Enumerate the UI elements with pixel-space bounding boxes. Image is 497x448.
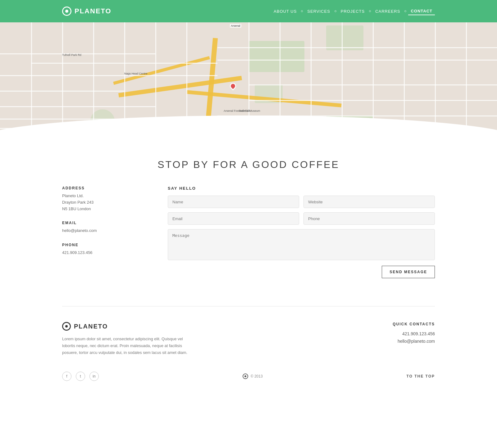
address-column: ADDRESS Planeto Ltd. Drayton Park 243 N5… xyxy=(62,186,143,278)
address-line3: N5 1BU London xyxy=(62,206,91,211)
nav-projects[interactable]: PROJECTS xyxy=(338,8,367,15)
address-section: ADDRESS Planeto Ltd. Drayton Park 243 N5… xyxy=(62,186,143,212)
nav-contact[interactable]: CONTACT xyxy=(408,7,435,15)
email-section: EMAIL hello@planeto.com xyxy=(62,221,143,234)
map-overlay: Arsenal Arsenal Football Club Arsenal Mu… xyxy=(0,22,497,140)
logo-text: PLANETO xyxy=(75,7,112,15)
main-content: STOP BY FOR A GOOD COFFEE ADDRESS Planet… xyxy=(0,140,497,291)
phone-input[interactable] xyxy=(303,212,435,225)
main-nav: ABOUT US SERVICES PROJECTS CARREERS CONT… xyxy=(271,7,435,15)
quick-email: hello@planeto.com xyxy=(393,339,435,344)
send-button[interactable]: SEND MESSAGE xyxy=(382,266,435,278)
copyright-icon xyxy=(243,373,248,379)
map-label-nags: Nags Head Centre xyxy=(124,72,148,75)
phone-section: PHONE 421.909.123.456 xyxy=(62,243,143,256)
logo[interactable]: PLANETO xyxy=(62,7,112,16)
phone-label: PHONE xyxy=(62,243,143,247)
nav-about[interactable]: ABOUT US xyxy=(271,8,299,15)
facebook-icon[interactable]: f xyxy=(62,372,71,381)
quick-contacts-title: QUICK CONTACTS xyxy=(393,322,435,326)
form-row-2 xyxy=(168,212,435,225)
twitter-icon[interactable]: t xyxy=(76,372,85,381)
address-label: ADDRESS xyxy=(62,186,143,190)
phone-value: 421.909.123.456 xyxy=(62,250,143,256)
nav-sep-2 xyxy=(335,10,336,12)
email-input[interactable] xyxy=(168,212,299,225)
nav-sep-1 xyxy=(301,10,303,12)
map-label-arsenal: Arsenal xyxy=(230,24,241,28)
site-footer: PLANETO Lorem ipsum dolor sit amet, cons… xyxy=(0,306,497,365)
footer-logo-icon xyxy=(62,322,71,331)
name-input[interactable] xyxy=(168,196,299,208)
contact-grid: ADDRESS Planeto Ltd. Drayton Park 243 N5… xyxy=(62,186,435,278)
footer-left: PLANETO Lorem ipsum dolor sit amet, cons… xyxy=(62,322,193,356)
logo-icon xyxy=(62,7,71,16)
map-pin-head xyxy=(229,82,237,90)
to-top-button[interactable]: TO THE TOP xyxy=(406,374,435,378)
footer-bottom: f t in © 2013 TO THE TOP xyxy=(0,365,497,390)
footer-right: QUICK CONTACTS 421.909.123.456 hello@pla… xyxy=(393,322,435,346)
site-header: PLANETO ABOUT US SERVICES PROJECTS CARRE… xyxy=(0,0,497,22)
footer-description: Lorem ipsum dolor sit amet, consectetur … xyxy=(62,336,193,356)
website-input[interactable] xyxy=(303,196,435,208)
footer-logo: PLANETO xyxy=(62,322,193,331)
map-label-tufnell: Tufnell Park Rd xyxy=(62,53,81,57)
footer-copyright: © 2013 xyxy=(243,373,263,379)
form-column: SAY HELLO SEND MESSAGE xyxy=(168,186,435,278)
map-background: Arsenal Arsenal Football Club Arsenal Mu… xyxy=(0,22,497,140)
email-label: EMAIL xyxy=(62,221,143,225)
email-value: hello@planeto.com xyxy=(62,228,143,234)
message-input[interactable] xyxy=(168,229,435,260)
nav-careers[interactable]: CARREERS xyxy=(373,8,403,15)
linkedin-icon[interactable]: in xyxy=(89,372,99,381)
nav-services[interactable]: SERVICES xyxy=(305,8,333,15)
address-value: Planeto Ltd. Drayton Park 243 N5 1BU Lon… xyxy=(62,193,143,212)
section-title: STOP BY FOR A GOOD COFFEE xyxy=(62,159,435,170)
map-pin xyxy=(230,83,236,92)
social-icons: f t in xyxy=(62,372,99,381)
address-line2: Drayton Park 243 xyxy=(62,200,93,205)
footer-logo-text: PLANETO xyxy=(74,323,108,330)
nav-sep-3 xyxy=(369,10,371,12)
map-section: Arsenal Arsenal Football Club Arsenal Mu… xyxy=(0,22,497,140)
address-line1: Planeto Ltd. xyxy=(62,193,84,198)
quick-phone: 421.909.123.456 xyxy=(393,331,435,336)
map-label-arsenal-museum: Arsenal Museum xyxy=(239,109,260,112)
form-row-1 xyxy=(168,196,435,208)
nav-sep-4 xyxy=(404,10,406,12)
form-title: SAY HELLO xyxy=(168,186,435,191)
copyright-text: © 2013 xyxy=(251,374,263,378)
